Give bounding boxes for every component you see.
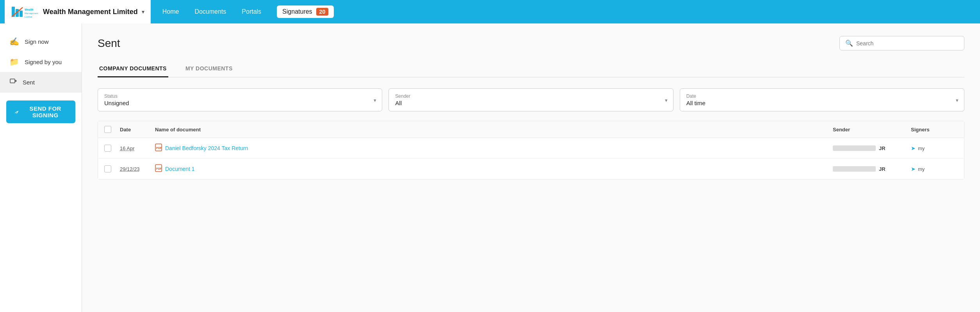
sidebar-label-signed-by-you: Signed by you (25, 59, 62, 65)
page-layout: ✍ Sign now 📁 Signed by you Sent SEND FOR… (0, 23, 980, 312)
svg-rect-7 (10, 79, 15, 83)
top-nav: Wealth Management Limited Wealth Managem… (0, 0, 980, 23)
svg-rect-3 (20, 11, 23, 17)
sender-filter-value: All (395, 100, 666, 106)
search-icon: 🔍 (845, 39, 853, 47)
header-checkbox[interactable] (104, 126, 111, 133)
search-box[interactable]: 🔍 (839, 36, 964, 50)
svg-text:Management: Management (25, 12, 38, 14)
sender-filter-label: Sender (395, 93, 666, 99)
table-header: Date Name of document Sender Signers (98, 121, 964, 138)
sign-now-icon: ✍ (9, 37, 19, 46)
row1-checkbox[interactable] (104, 145, 111, 152)
table-row: 16 Apr PDF Daniel Bedforsky 2024 Tax Ret… (98, 138, 964, 159)
status-filter-value: Unsigned (104, 100, 376, 106)
sent-icon (9, 77, 17, 87)
svg-text:PDF: PDF (156, 167, 162, 170)
brand-logo: Wealth Management Limited (11, 4, 38, 20)
pdf-icon: PDF (155, 164, 162, 174)
svg-text:Wealth: Wealth (25, 8, 34, 11)
nav-portals[interactable]: Portals (242, 8, 261, 15)
row2-signers: ➤ my (911, 166, 958, 172)
row2-document-name[interactable]: PDF Document 1 (155, 164, 833, 174)
status-filter-label: Status (104, 93, 376, 99)
row1-signers-icon: ➤ (911, 145, 916, 151)
header-name: Name of document (155, 127, 833, 133)
row2-signers-text: my (918, 166, 925, 172)
brand-chevron-icon[interactable]: ▾ (142, 9, 144, 15)
sidebar-item-sent[interactable]: Sent (0, 72, 82, 93)
sidebar-item-sign-now[interactable]: ✍ Sign now (0, 31, 82, 52)
sender-chevron-icon: ▾ (665, 97, 668, 103)
page-title: Sent (98, 37, 120, 50)
tab-company-documents[interactable]: COMPANY DOCUMENTS (98, 61, 168, 77)
search-input[interactable] (856, 40, 959, 47)
nav-signatures[interactable]: Signatures 20 (277, 5, 334, 18)
send-btn-icon (14, 108, 19, 115)
main-nav: Home Documents Portals Signatures 20 (151, 5, 980, 18)
row2-name-text: Document 1 (165, 166, 194, 172)
sidebar-label-sign-now: Sign now (25, 38, 49, 45)
header-checkbox-col (104, 126, 120, 133)
row1-name-text: Daniel Bedforsky 2024 Tax Return (165, 145, 248, 151)
sidebar-item-signed-by-you[interactable]: 📁 Signed by you (0, 52, 82, 72)
signed-by-you-icon: 📁 (9, 57, 19, 66)
row1-signers: ➤ my (911, 145, 958, 151)
svg-text:PDF: PDF (156, 147, 162, 149)
nav-documents[interactable]: Documents (194, 8, 226, 15)
row2-sender: JR (833, 166, 911, 172)
row1-sender-blur (833, 145, 876, 151)
row2-checkbox-col (104, 165, 120, 172)
row2-date: 29/12/23 (120, 166, 155, 172)
header-date: Date (120, 127, 155, 133)
signatures-label: Signatures (282, 8, 312, 15)
svg-text:Limited: Limited (25, 16, 32, 18)
sidebar: ✍ Sign now 📁 Signed by you Sent SEND FOR… (0, 23, 82, 312)
row1-sender: JR (833, 145, 911, 151)
row1-document-name[interactable]: PDF Daniel Bedforsky 2024 Tax Return (155, 143, 833, 153)
row2-checkbox[interactable] (104, 165, 111, 172)
date-filter-label: Date (686, 93, 958, 99)
main-header: Sent 🔍 (98, 36, 964, 50)
filter-date[interactable]: Date All time ▾ (680, 88, 964, 111)
header-signers: Signers (911, 127, 958, 133)
row1-date: 16 Apr (120, 145, 155, 151)
row1-sender-initials: JR (879, 145, 886, 151)
tab-my-documents[interactable]: MY DOCUMENTS (184, 61, 234, 77)
nav-home[interactable]: Home (162, 8, 179, 15)
filter-sender[interactable]: Sender All ▾ (388, 88, 673, 111)
row2-sender-initials: JR (879, 166, 886, 172)
header-sender: Sender (833, 127, 911, 133)
documents-table: Date Name of document Sender Signers 16 … (98, 121, 964, 179)
filter-row: Status Unsigned ▾ Sender All ▾ Date All … (98, 88, 964, 111)
pdf-icon: PDF (155, 143, 162, 153)
main-content: Sent 🔍 COMPANY DOCUMENTS MY DOCUMENTS St… (82, 23, 980, 312)
row1-checkbox-col (104, 145, 120, 152)
send-button-label: SEND FOR SIGNING (23, 105, 68, 118)
signatures-badge: 20 (316, 8, 329, 16)
date-filter-value: All time (686, 100, 958, 106)
document-tabs: COMPANY DOCUMENTS MY DOCUMENTS (98, 61, 964, 77)
send-for-signing-button[interactable]: SEND FOR SIGNING (6, 100, 75, 123)
table-row: 29/12/23 PDF Document 1 JR ➤ (98, 159, 964, 179)
brand-name: Wealth Management Limited (43, 8, 138, 16)
sidebar-label-sent: Sent (23, 79, 35, 86)
status-chevron-icon: ▾ (374, 97, 376, 103)
row1-signers-text: my (918, 145, 925, 151)
svg-point-8 (16, 112, 17, 113)
date-chevron-icon: ▾ (956, 97, 959, 103)
row2-sender-blur (833, 166, 876, 172)
row2-signers-icon: ➤ (911, 166, 916, 172)
brand-area: Wealth Management Limited Wealth Managem… (5, 0, 151, 23)
filter-status[interactable]: Status Unsigned ▾ (98, 88, 382, 111)
